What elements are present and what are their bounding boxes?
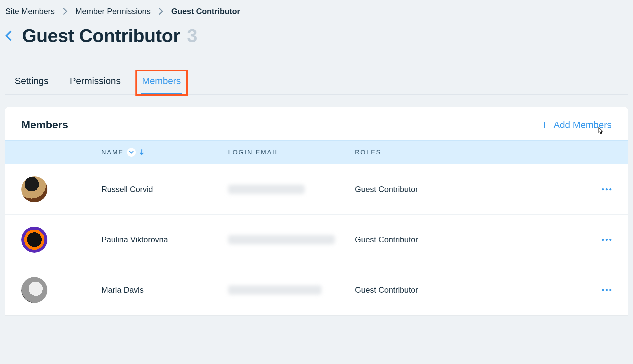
plus-icon — [540, 121, 549, 129]
back-button[interactable] — [5, 30, 12, 41]
table-row[interactable]: Russell Corvid Guest Contributor — [5, 164, 628, 215]
more-horizontal-icon — [602, 238, 612, 241]
chevron-down-icon — [129, 151, 134, 154]
chevron-right-icon — [158, 8, 163, 15]
member-email-redacted — [228, 185, 305, 194]
more-horizontal-icon — [602, 188, 612, 191]
avatar — [21, 277, 47, 303]
chevron-right-icon — [63, 8, 67, 15]
svg-point-4 — [606, 239, 608, 241]
cursor-pointer-icon — [596, 127, 605, 140]
row-more-button[interactable] — [602, 238, 612, 241]
member-role: Guest Contributor — [355, 285, 572, 295]
table-row[interactable]: Paulina Viktorovna Guest Contributor — [5, 215, 628, 265]
svg-point-1 — [606, 188, 608, 190]
card-title: Members — [21, 119, 68, 131]
svg-point-2 — [609, 188, 611, 190]
breadcrumb: Site Members Member Permissions Guest Co… — [5, 7, 628, 16]
column-roles[interactable]: ROLES — [355, 149, 572, 156]
breadcrumb-current: Guest Contributor — [171, 7, 240, 16]
tab-members[interactable]: Members — [141, 73, 182, 94]
avatar — [21, 176, 47, 202]
member-email-redacted — [228, 235, 335, 244]
table-row[interactable]: Maria Davis Guest Contributor — [5, 265, 628, 315]
column-name[interactable]: NAME — [101, 148, 228, 157]
member-email-redacted — [228, 285, 322, 295]
more-horizontal-icon — [602, 289, 612, 291]
svg-point-5 — [609, 239, 611, 241]
avatar — [21, 227, 47, 253]
member-name: Maria Davis — [101, 285, 228, 295]
arrow-down-icon — [139, 149, 144, 156]
svg-point-6 — [602, 289, 604, 291]
svg-point-0 — [602, 188, 604, 190]
row-more-button[interactable] — [602, 289, 612, 291]
page-title: Guest Contributor 3 — [22, 25, 197, 46]
column-email[interactable]: LOGIN EMAIL — [228, 149, 355, 156]
column-name-label: NAME — [101, 149, 124, 156]
add-members-button[interactable]: Add Members — [540, 120, 612, 130]
member-name: Paulina Viktorovna — [101, 235, 228, 244]
svg-point-3 — [602, 239, 604, 241]
page-title-text: Guest Contributor — [22, 25, 180, 46]
members-card: Members Add Members NAME LOGIN — [5, 107, 628, 315]
svg-point-7 — [606, 289, 608, 291]
breadcrumb-member-permissions[interactable]: Member Permissions — [75, 7, 150, 16]
sort-toggle[interactable] — [127, 148, 136, 157]
tab-permissions[interactable]: Permissions — [68, 73, 122, 94]
member-name: Russell Corvid — [101, 185, 228, 194]
tab-settings[interactable]: Settings — [13, 73, 50, 94]
member-role: Guest Contributor — [355, 185, 572, 194]
table-header: NAME LOGIN EMAIL ROLES — [5, 140, 628, 164]
row-more-button[interactable] — [602, 188, 612, 191]
tabs: Settings Permissions Members — [5, 73, 628, 95]
chevron-left-icon — [5, 30, 12, 41]
member-role: Guest Contributor — [355, 235, 572, 244]
page-title-count: 3 — [187, 25, 197, 46]
breadcrumb-site-members[interactable]: Site Members — [5, 7, 55, 16]
svg-point-8 — [609, 289, 611, 291]
